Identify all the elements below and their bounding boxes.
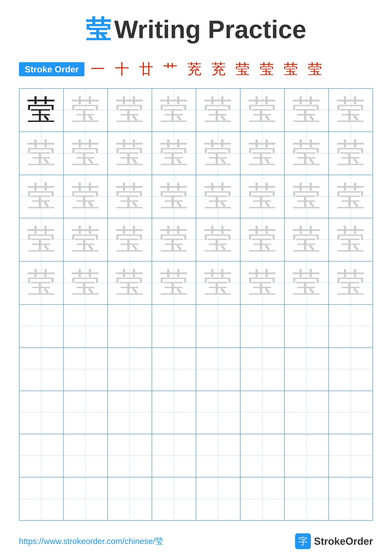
footer-logo: 字 StrokeOrder [295,533,373,549]
grid-cell-empty[interactable] [108,434,152,477]
grid-cell-empty[interactable] [329,434,373,477]
practice-char-light: 莹 [71,269,100,297]
grid-cell: 莹 [241,218,285,261]
title-text: Writing Practice [114,15,306,44]
stroke-order-badge: Stroke Order [19,62,85,76]
stroke-order-row: Stroke Order 一 十 廿 艹 茺 茺 莹 莹 莹 莹 [19,59,373,79]
practice-char-light: 莹 [27,182,56,211]
grid-row: 莹 莹 莹 莹 莹 莹 莹 莹 [20,175,372,218]
grid-cell-empty[interactable] [20,305,64,347]
grid-cell: 莹 [329,89,373,131]
grid-row-empty [20,477,372,520]
grid-cell-empty[interactable] [196,434,241,477]
grid-cell-empty[interactable] [196,305,241,347]
grid-cell-empty[interactable] [329,348,373,391]
footer: https://www.strokeorder.com/chinese/莹 字 … [19,533,373,549]
practice-char-light: 莹 [115,269,144,297]
grid-cell-empty[interactable] [196,348,241,391]
grid-cell: 莹 [64,175,108,218]
practice-char-light: 莹 [292,226,321,254]
grid-cell: 莹 [196,175,241,218]
grid-cell-empty[interactable] [285,348,329,391]
footer-logo-icon: 字 [295,533,311,549]
grid-cell-empty[interactable] [285,434,329,477]
practice-char-light: 莹 [115,139,144,168]
practice-char-light: 莹 [336,139,365,168]
grid-cell: 莹 [241,132,285,175]
grid-cell: 莹 [64,132,108,175]
grid-cell: 莹 [108,175,152,218]
grid-cell-empty[interactable] [64,391,108,434]
practice-char-light: 莹 [204,226,232,254]
grid-cell-empty[interactable] [329,305,373,347]
grid-cell-empty[interactable] [20,391,64,434]
grid-cell-empty[interactable] [20,434,64,477]
grid-cell-empty[interactable] [241,305,285,347]
grid-cell-empty[interactable] [196,391,241,434]
grid-cell-empty[interactable] [285,391,329,434]
grid-cell: 莹 [20,262,64,304]
grid-cell-empty[interactable] [108,477,152,520]
grid-cell: 莹 [196,218,241,261]
practice-char-light: 莹 [160,269,188,297]
grid-cell-empty[interactable] [64,305,108,347]
grid-cell-empty[interactable] [152,391,196,434]
practice-char-light: 莹 [115,226,144,254]
footer-logo-text: StrokeOrder [314,535,373,547]
footer-url[interactable]: https://www.strokeorder.com/chinese/莹 [19,536,163,547]
grid-row-empty [20,305,372,348]
practice-char-light: 莹 [115,96,144,124]
grid-cell-empty[interactable] [241,391,285,434]
grid-cell-empty[interactable] [108,305,152,347]
grid-cell-empty[interactable] [64,434,108,477]
practice-grid: 莹 莹 莹 莹 莹 莹 莹 莹 [19,88,373,521]
grid-cell-empty[interactable] [196,477,241,520]
grid-cell: 莹 [152,132,196,175]
grid-cell-empty[interactable] [20,477,64,520]
grid-cell-empty[interactable] [329,391,373,434]
grid-row: 莹 莹 莹 莹 莹 莹 莹 莹 [20,218,372,262]
grid-cell-empty[interactable] [241,434,285,477]
grid-cell: 莹 [152,175,196,218]
practice-char-light: 莹 [336,96,365,124]
practice-char-light: 莹 [71,96,100,124]
practice-char-light: 莹 [71,182,100,211]
grid-cell: 莹 [241,262,285,304]
practice-char-light: 莹 [204,269,232,297]
grid-cell-empty[interactable] [241,348,285,391]
grid-cell-empty[interactable] [285,477,329,520]
grid-cell-empty[interactable] [241,477,285,520]
grid-cell: 莹 [152,262,196,304]
grid-cell: 莹 [196,89,241,131]
grid-cell: 莹 [108,132,152,175]
grid-cell-empty[interactable] [152,305,196,347]
practice-char-light: 莹 [248,226,277,254]
grid-cell-empty[interactable] [64,477,108,520]
grid-cell: 莹 [196,132,241,175]
practice-char-light: 莹 [248,269,277,297]
grid-cell-empty[interactable] [64,348,108,391]
grid-cell-empty[interactable] [152,434,196,477]
grid-cell-empty[interactable] [329,477,373,520]
grid-row-empty [20,348,372,391]
grid-cell: 莹 [285,218,329,261]
grid-row: 莹 莹 莹 莹 莹 莹 莹 莹 [20,262,372,305]
grid-cell-empty[interactable] [285,305,329,347]
grid-cell-empty[interactable] [108,348,152,391]
grid-cell: 莹 [329,175,373,218]
stroke-order-chars: 一 十 廿 艹 茺 茺 莹 莹 莹 莹 [91,59,325,79]
grid-cell: 莹 [285,262,329,304]
practice-char-light: 莹 [115,182,144,211]
practice-char-light: 莹 [292,96,321,124]
practice-char-light: 莹 [160,139,188,168]
title-char: 莹 [86,15,111,44]
practice-char-light: 莹 [336,226,365,254]
grid-cell-empty[interactable] [20,348,64,391]
grid-row-empty [20,434,372,477]
grid-cell-empty[interactable] [152,348,196,391]
grid-cell-empty[interactable] [108,391,152,434]
grid-cell: 莹 [285,132,329,175]
grid-cell: 莹 [329,218,373,261]
grid-cell: 莹 [64,89,108,131]
grid-cell-empty[interactable] [152,477,196,520]
